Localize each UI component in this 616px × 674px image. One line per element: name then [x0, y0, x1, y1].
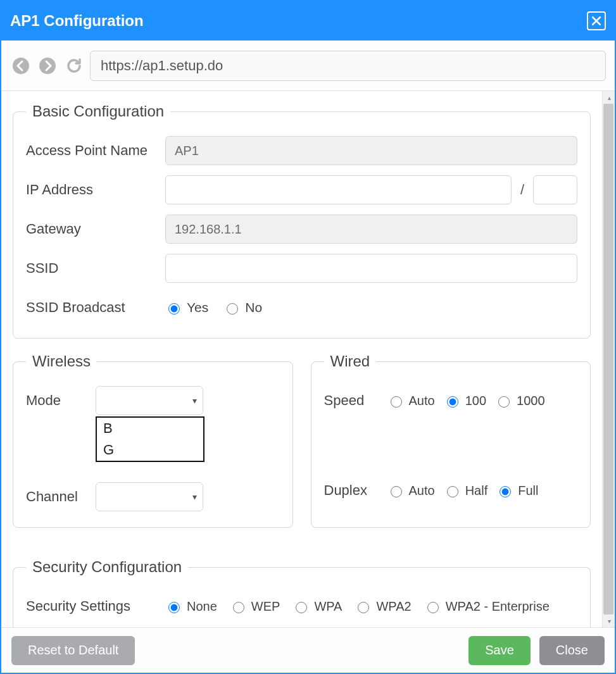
label-ssid-broadcast: SSID Broadcast [26, 299, 165, 316]
radio-speed-100-label: 100 [465, 394, 486, 408]
row-duplex: Duplex Auto Half Full [324, 474, 578, 507]
row-ssid-broadcast: SSID Broadcast Yes No [26, 291, 577, 324]
label-ap-name: Access Point Name [26, 142, 165, 159]
ip-slash: / [520, 182, 524, 198]
radio-speed-1000-input[interactable] [498, 396, 510, 408]
radio-duplex-auto-label: Auto [409, 484, 435, 498]
label-mode: Mode [26, 392, 96, 409]
row-ap-name: Access Point Name AP1 [26, 134, 577, 167]
back-icon[interactable] [10, 55, 32, 77]
security-group: Security Configuration Security Settings… [13, 558, 591, 627]
radio-sec-wpa2e[interactable]: WPA2 - Enterprise [424, 599, 550, 614]
radio-sec-wpa2[interactable]: WPA2 [355, 599, 411, 614]
svg-point-0 [13, 58, 29, 74]
radio-speed-auto-input[interactable] [391, 396, 402, 408]
ip-address-input[interactable] [165, 175, 512, 204]
radio-duplex-full-input[interactable] [500, 486, 511, 497]
radio-ssid-bc-yes-input[interactable] [168, 303, 180, 315]
forward-icon[interactable] [37, 55, 58, 77]
radio-ssid-bc-no-label: No [245, 300, 262, 315]
radio-sec-wpa[interactable]: WPA [292, 599, 342, 614]
radio-speed-1000[interactable]: 1000 [495, 394, 545, 408]
row-channel: Channel [26, 480, 280, 513]
radio-sec-wpa-label: WPA [314, 599, 342, 614]
ip-mask-input[interactable] [533, 175, 577, 204]
row-mode: Mode B G [26, 384, 280, 417]
window-title: AP1 Configuration [10, 12, 144, 30]
reset-button[interactable]: Reset to Default [11, 636, 135, 665]
radio-sec-wpa2e-input[interactable] [427, 602, 439, 613]
radio-ssid-bc-no[interactable]: No [223, 300, 262, 315]
label-duplex: Duplex [324, 482, 387, 499]
footer-bar: Reset to Default Save Close [1, 627, 615, 673]
radio-speed-auto-label: Auto [409, 394, 435, 408]
row-speed: Speed Auto 100 1000 [324, 384, 578, 417]
row-ssid: SSID [26, 252, 577, 285]
radio-duplex-half-input[interactable] [447, 486, 458, 497]
radio-sec-wpa-input[interactable] [296, 602, 307, 613]
wired-group: Wired Speed Auto 100 1000 [311, 353, 591, 528]
scroll-down-icon[interactable]: ▾ [603, 615, 615, 627]
radio-duplex-auto-input[interactable] [391, 486, 402, 497]
basic-config-legend: Basic Configuration [26, 103, 170, 120]
save-button[interactable]: Save [468, 636, 531, 665]
wired-legend: Wired [324, 353, 377, 370]
config-window: AP1 Configuration ▴ ▾ Basic Configuratio… [0, 0, 616, 674]
radio-sec-none-input[interactable] [168, 602, 180, 613]
radio-duplex-full-label: Full [518, 484, 538, 498]
radio-speed-100-input[interactable] [447, 396, 458, 408]
ap-name-field[interactable]: AP1 [165, 136, 577, 165]
radio-speed-100[interactable]: 100 [444, 394, 486, 408]
radio-duplex-half[interactable]: Half [444, 484, 488, 498]
scrollbar[interactable]: ▴ ▾ [602, 91, 615, 627]
row-gateway: Gateway 192.168.1.1 [26, 213, 577, 246]
radio-sec-wpa2-input[interactable] [358, 602, 369, 613]
radio-duplex-full[interactable]: Full [496, 484, 538, 498]
mode-select[interactable] [96, 386, 203, 415]
radio-ssid-bc-yes-label: Yes [187, 300, 208, 315]
close-button[interactable]: Close [539, 636, 605, 665]
row-ip-address: IP Address / [26, 173, 577, 206]
url-input[interactable] [90, 51, 606, 81]
radio-sec-wpa2-label: WPA2 [376, 599, 411, 614]
basic-config-group: Basic Configuration Access Point Name AP… [13, 103, 591, 339]
browser-toolbar [1, 41, 615, 91]
radio-speed-1000-label: 1000 [517, 394, 545, 408]
radio-duplex-auto[interactable]: Auto [387, 484, 435, 498]
wireless-wired-row: Wireless Mode B [13, 353, 591, 542]
radio-speed-auto[interactable]: Auto [387, 394, 435, 408]
row-security-settings: Security Settings None WEP WPA WPA2 WPA2… [26, 590, 577, 623]
security-legend: Security Configuration [26, 558, 188, 576]
ssid-input[interactable] [165, 254, 577, 283]
label-speed: Speed [324, 392, 387, 409]
wireless-group: Wireless Mode B [13, 353, 293, 528]
mode-option-b[interactable]: B [97, 418, 203, 439]
radio-ssid-bc-yes[interactable]: Yes [165, 300, 208, 315]
refresh-icon[interactable] [63, 55, 85, 77]
close-icon[interactable] [587, 11, 606, 30]
label-channel: Channel [26, 489, 96, 505]
content-inner: Basic Configuration Access Point Name AP… [1, 91, 602, 627]
wireless-legend: Wireless [26, 353, 97, 370]
label-security-settings: Security Settings [26, 598, 165, 615]
radio-sec-none-label: None [187, 599, 217, 614]
radio-duplex-half-label: Half [465, 484, 488, 498]
gateway-field[interactable]: 192.168.1.1 [165, 215, 577, 244]
titlebar: AP1 Configuration [1, 1, 615, 41]
channel-select[interactable] [96, 482, 203, 511]
mode-dropdown-list: B G [96, 416, 204, 462]
content-area: ▴ ▾ Basic Configuration Access Point Nam… [1, 91, 615, 627]
label-ssid: SSID [26, 260, 165, 277]
svg-point-1 [39, 58, 56, 74]
radio-sec-wep[interactable]: WEP [230, 599, 280, 614]
radio-sec-wep-label: WEP [251, 599, 280, 614]
radio-sec-none[interactable]: None [165, 599, 217, 614]
radio-sec-wep-input[interactable] [233, 602, 244, 613]
radio-ssid-bc-no-input[interactable] [227, 303, 238, 315]
label-gateway: Gateway [26, 221, 165, 237]
radio-sec-wpa2e-label: WPA2 - Enterprise [446, 599, 550, 614]
scroll-thumb[interactable] [603, 104, 613, 615]
mode-option-g[interactable]: G [97, 439, 203, 461]
scroll-up-icon[interactable]: ▴ [603, 91, 615, 104]
label-ip-address: IP Address [26, 182, 165, 198]
